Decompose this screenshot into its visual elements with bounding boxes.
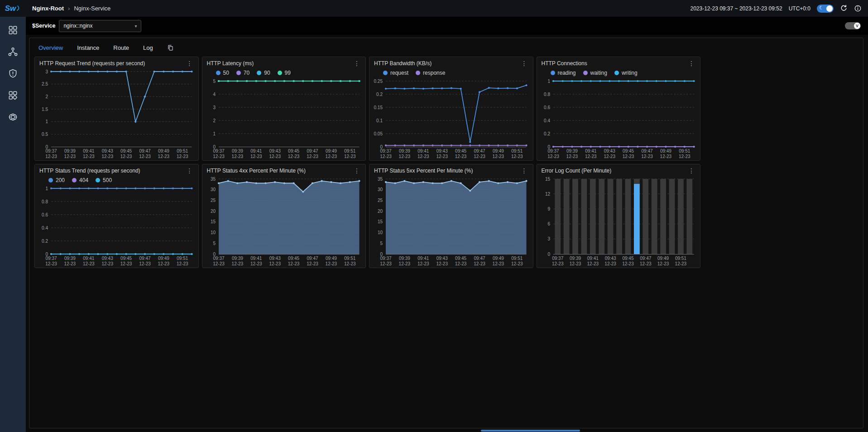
chart-canvas[interactable]: 00.511.522.5309:3712-2309:3912-2309:4112…: [35, 67, 198, 160]
svg-text:09:47: 09:47: [139, 149, 150, 154]
tab-log[interactable]: Log: [143, 44, 153, 51]
tab-instance[interactable]: Instance: [77, 44, 99, 51]
svg-text:12-23: 12-23: [177, 154, 188, 159]
chart-legend: 200404500: [35, 175, 198, 184]
svg-text:3: 3: [213, 105, 216, 110]
legend-item-waiting[interactable]: waiting: [583, 70, 607, 76]
svg-text:0.2: 0.2: [42, 239, 48, 244]
svg-text:09:41: 09:41: [250, 256, 262, 261]
svg-text:1.5: 1.5: [42, 107, 48, 112]
legend-item-writing[interactable]: writing: [614, 70, 638, 76]
chart-menu-icon[interactable]: ⋮: [520, 168, 528, 174]
svg-text:09:39: 09:39: [64, 149, 76, 154]
svg-text:09:51: 09:51: [511, 149, 523, 154]
time-range[interactable]: 2023-12-23 09:37 ~ 2023-12-23 09:52: [690, 5, 782, 12]
svg-text:12-23: 12-23: [587, 261, 599, 266]
card-http-connections: HTTP Connections ⋮ readingwaitingwriting…: [537, 57, 701, 161]
chart-menu-icon[interactable]: ⋮: [353, 168, 361, 174]
svg-text:12-23: 12-23: [213, 261, 225, 266]
legend-item-404[interactable]: 404: [72, 177, 88, 183]
marketplace-icon[interactable]: [8, 90, 18, 101]
svg-text:12-23: 12-23: [493, 261, 504, 266]
svg-text:09:49: 09:49: [158, 256, 169, 261]
legend-item-70[interactable]: 70: [236, 70, 249, 76]
svg-text:12-23: 12-23: [250, 261, 262, 266]
breadcrumb-root[interactable]: Nginx-Root: [32, 5, 64, 12]
svg-text:09:43: 09:43: [102, 256, 113, 261]
service-select[interactable]: nginx::nginx ▾: [59, 20, 141, 32]
chart-canvas[interactable]: 00.050.10.150.20.2509:3712-2309:3912-230…: [369, 77, 533, 160]
svg-text:09:37: 09:37: [380, 149, 391, 154]
svg-text:4: 4: [213, 92, 216, 97]
legend-item-200[interactable]: 200: [48, 177, 65, 183]
chart-title: HTTP Request Trend (requests per second): [39, 60, 145, 67]
svg-text:2: 2: [213, 118, 216, 123]
app-logo[interactable]: Sw: [0, 4, 26, 13]
svg-text:09:49: 09:49: [493, 149, 504, 154]
legend-item-reading[interactable]: reading: [551, 70, 576, 76]
chart-title: Error Log Count (Per Minute): [542, 168, 612, 174]
svg-text:09:39: 09:39: [231, 149, 243, 154]
svg-text:09:41: 09:41: [585, 149, 596, 154]
dashboard-container: Overview Instance Route Log HTTP Request…: [29, 38, 863, 428]
chart-menu-icon[interactable]: ⋮: [687, 60, 695, 67]
legend-item-90[interactable]: 90: [257, 70, 270, 76]
svg-text:09:47: 09:47: [139, 256, 150, 261]
tab-overview[interactable]: Overview: [38, 44, 63, 51]
legend-item-99[interactable]: 99: [278, 70, 291, 76]
svg-text:20: 20: [210, 209, 216, 214]
chart-canvas[interactable]: 0369121509:3712-2309:3912-2309:4112-2309…: [537, 175, 700, 268]
chart-menu-icon[interactable]: ⋮: [520, 60, 528, 67]
svg-text:09:41: 09:41: [83, 149, 94, 154]
svg-text:12-23: 12-23: [436, 261, 448, 266]
svg-text:09:41: 09:41: [83, 256, 94, 261]
tab-route[interactable]: Route: [113, 44, 129, 51]
chart-canvas[interactable]: 0510152025303509:3712-2309:3912-2309:411…: [369, 175, 533, 268]
dashboards-icon[interactable]: [8, 25, 18, 35]
topology-icon[interactable]: [8, 47, 18, 57]
svg-text:35: 35: [210, 177, 216, 182]
app-header: Sw Nginx-Root › Nginx-Service 2023-12-23…: [0, 0, 868, 17]
legend-item-request[interactable]: request: [383, 70, 408, 76]
copy-icon[interactable]: [167, 44, 174, 51]
svg-text:09:47: 09:47: [474, 149, 485, 154]
chart-menu-icon[interactable]: ⋮: [186, 60, 194, 67]
chart-canvas[interactable]: 01234509:3712-2309:3912-2309:4112-2309:4…: [202, 77, 366, 160]
svg-text:12-23: 12-23: [399, 261, 411, 266]
svg-text:09:41: 09:41: [417, 256, 429, 261]
svg-text:12-23: 12-23: [455, 261, 467, 266]
chart-menu-icon[interactable]: ⋮: [353, 60, 361, 67]
info-icon[interactable]: [854, 5, 862, 12]
version-toggle[interactable]: V: [845, 22, 861, 29]
theme-toggle[interactable]: ☾: [817, 5, 834, 13]
breadcrumb-current[interactable]: Nginx-Service: [74, 5, 110, 12]
horizontal-scrollbar-thumb[interactable]: [481, 430, 580, 432]
svg-text:09:37: 09:37: [380, 256, 391, 261]
settings-icon[interactable]: [8, 112, 18, 122]
chart-menu-icon[interactable]: ⋮: [687, 168, 695, 174]
refresh-icon[interactable]: [840, 5, 848, 12]
svg-text:09:51: 09:51: [511, 256, 523, 261]
chart-canvas[interactable]: 00.20.40.60.8109:3712-2309:3912-2309:411…: [537, 77, 700, 160]
chart-menu-icon[interactable]: ⋮: [186, 168, 194, 174]
svg-text:12-23: 12-23: [660, 154, 671, 159]
alarm-icon[interactable]: [8, 68, 18, 79]
chart-canvas[interactable]: 00.20.40.60.8109:3712-2309:3912-2309:411…: [35, 184, 198, 268]
svg-text:09:45: 09:45: [623, 149, 634, 154]
svg-text:12-23: 12-23: [177, 261, 188, 266]
svg-text:12-23: 12-23: [139, 261, 151, 266]
svg-text:1: 1: [213, 131, 216, 136]
legend-item-500[interactable]: 500: [96, 177, 112, 183]
legend-dot: [383, 71, 388, 75]
chart-canvas[interactable]: 0510152025303509:3712-2309:3912-2309:411…: [202, 175, 366, 268]
svg-text:09:37: 09:37: [45, 256, 57, 261]
legend-item-response[interactable]: response: [416, 70, 445, 76]
legend-item-50[interactable]: 50: [216, 70, 229, 76]
svg-text:12-23: 12-23: [436, 154, 448, 159]
svg-text:12-23: 12-23: [269, 261, 281, 266]
timezone[interactable]: UTC+0:0: [789, 5, 810, 12]
svg-text:12-23: 12-23: [288, 154, 299, 159]
svg-text:0: 0: [547, 252, 550, 257]
svg-text:09:51: 09:51: [679, 149, 690, 154]
svg-text:12-23: 12-23: [307, 154, 318, 159]
